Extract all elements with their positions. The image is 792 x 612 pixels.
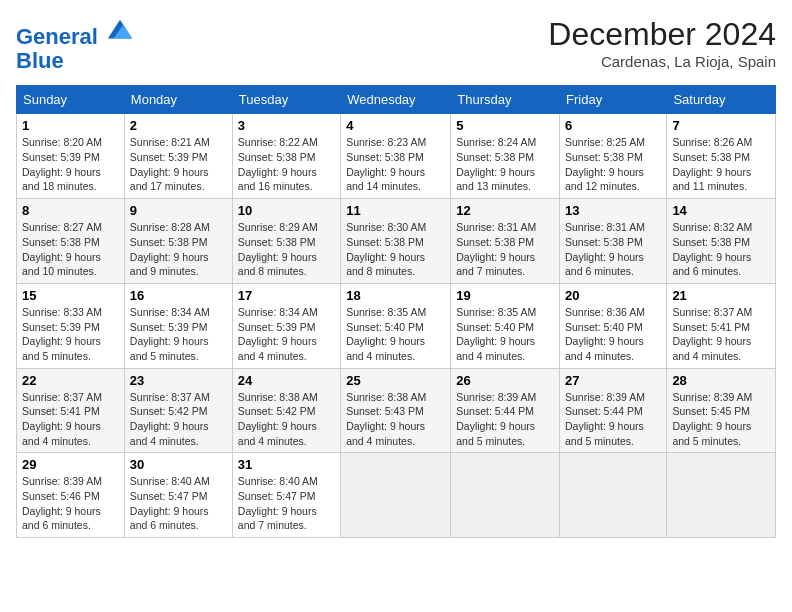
day-info: Sunrise: 8:36 AM Sunset: 5:40 PM Dayligh… — [565, 305, 661, 364]
calendar-cell: 15 Sunrise: 8:33 AM Sunset: 5:39 PM Dayl… — [17, 283, 125, 368]
calendar-cell: 26 Sunrise: 8:39 AM Sunset: 5:44 PM Dayl… — [451, 368, 560, 453]
day-number: 24 — [238, 373, 335, 388]
calendar-cell: 5 Sunrise: 8:24 AM Sunset: 5:38 PM Dayli… — [451, 114, 560, 199]
day-info: Sunrise: 8:21 AM Sunset: 5:39 PM Dayligh… — [130, 135, 227, 194]
day-number: 28 — [672, 373, 770, 388]
day-info: Sunrise: 8:23 AM Sunset: 5:38 PM Dayligh… — [346, 135, 445, 194]
day-number: 15 — [22, 288, 119, 303]
day-info: Sunrise: 8:34 AM Sunset: 5:39 PM Dayligh… — [130, 305, 227, 364]
day-info: Sunrise: 8:28 AM Sunset: 5:38 PM Dayligh… — [130, 220, 227, 279]
day-info: Sunrise: 8:25 AM Sunset: 5:38 PM Dayligh… — [565, 135, 661, 194]
calendar-cell — [560, 453, 667, 538]
logo-general: General — [16, 24, 98, 49]
day-info: Sunrise: 8:22 AM Sunset: 5:38 PM Dayligh… — [238, 135, 335, 194]
day-info: Sunrise: 8:39 AM Sunset: 5:44 PM Dayligh… — [565, 390, 661, 449]
day-number: 8 — [22, 203, 119, 218]
title-block: December 2024 Cardenas, La Rioja, Spain — [548, 16, 776, 70]
day-number: 19 — [456, 288, 554, 303]
calendar-cell: 8 Sunrise: 8:27 AM Sunset: 5:38 PM Dayli… — [17, 199, 125, 284]
calendar-cell: 16 Sunrise: 8:34 AM Sunset: 5:39 PM Dayl… — [124, 283, 232, 368]
day-info: Sunrise: 8:37 AM Sunset: 5:41 PM Dayligh… — [672, 305, 770, 364]
day-info: Sunrise: 8:35 AM Sunset: 5:40 PM Dayligh… — [346, 305, 445, 364]
calendar-cell: 1 Sunrise: 8:20 AM Sunset: 5:39 PM Dayli… — [17, 114, 125, 199]
day-number: 9 — [130, 203, 227, 218]
calendar-cell: 24 Sunrise: 8:38 AM Sunset: 5:42 PM Dayl… — [232, 368, 340, 453]
calendar-cell: 28 Sunrise: 8:39 AM Sunset: 5:45 PM Dayl… — [667, 368, 776, 453]
day-info: Sunrise: 8:40 AM Sunset: 5:47 PM Dayligh… — [130, 474, 227, 533]
day-info: Sunrise: 8:32 AM Sunset: 5:38 PM Dayligh… — [672, 220, 770, 279]
day-info: Sunrise: 8:26 AM Sunset: 5:38 PM Dayligh… — [672, 135, 770, 194]
day-number: 22 — [22, 373, 119, 388]
day-number: 6 — [565, 118, 661, 133]
calendar-cell: 27 Sunrise: 8:39 AM Sunset: 5:44 PM Dayl… — [560, 368, 667, 453]
logo: General Blue — [16, 16, 134, 73]
day-number: 27 — [565, 373, 661, 388]
day-number: 5 — [456, 118, 554, 133]
day-info: Sunrise: 8:39 AM Sunset: 5:44 PM Dayligh… — [456, 390, 554, 449]
calendar-cell: 12 Sunrise: 8:31 AM Sunset: 5:38 PM Dayl… — [451, 199, 560, 284]
calendar-cell: 14 Sunrise: 8:32 AM Sunset: 5:38 PM Dayl… — [667, 199, 776, 284]
day-number: 30 — [130, 457, 227, 472]
calendar-cell — [667, 453, 776, 538]
calendar-cell: 7 Sunrise: 8:26 AM Sunset: 5:38 PM Dayli… — [667, 114, 776, 199]
day-number: 10 — [238, 203, 335, 218]
day-number: 20 — [565, 288, 661, 303]
day-number: 1 — [22, 118, 119, 133]
day-info: Sunrise: 8:35 AM Sunset: 5:40 PM Dayligh… — [456, 305, 554, 364]
calendar-cell: 23 Sunrise: 8:37 AM Sunset: 5:42 PM Dayl… — [124, 368, 232, 453]
calendar-cell: 25 Sunrise: 8:38 AM Sunset: 5:43 PM Dayl… — [341, 368, 451, 453]
day-number: 2 — [130, 118, 227, 133]
calendar-cell: 17 Sunrise: 8:34 AM Sunset: 5:39 PM Dayl… — [232, 283, 340, 368]
calendar-cell: 13 Sunrise: 8:31 AM Sunset: 5:38 PM Dayl… — [560, 199, 667, 284]
calendar-cell: 9 Sunrise: 8:28 AM Sunset: 5:38 PM Dayli… — [124, 199, 232, 284]
calendar-cell: 19 Sunrise: 8:35 AM Sunset: 5:40 PM Dayl… — [451, 283, 560, 368]
calendar-cell: 21 Sunrise: 8:37 AM Sunset: 5:41 PM Dayl… — [667, 283, 776, 368]
weekday-header-monday: Monday — [124, 86, 232, 114]
day-info: Sunrise: 8:37 AM Sunset: 5:42 PM Dayligh… — [130, 390, 227, 449]
day-number: 26 — [456, 373, 554, 388]
calendar-cell — [451, 453, 560, 538]
day-info: Sunrise: 8:40 AM Sunset: 5:47 PM Dayligh… — [238, 474, 335, 533]
calendar-cell: 3 Sunrise: 8:22 AM Sunset: 5:38 PM Dayli… — [232, 114, 340, 199]
day-number: 23 — [130, 373, 227, 388]
day-info: Sunrise: 8:31 AM Sunset: 5:38 PM Dayligh… — [456, 220, 554, 279]
day-info: Sunrise: 8:33 AM Sunset: 5:39 PM Dayligh… — [22, 305, 119, 364]
weekday-header-tuesday: Tuesday — [232, 86, 340, 114]
day-info: Sunrise: 8:39 AM Sunset: 5:45 PM Dayligh… — [672, 390, 770, 449]
day-info: Sunrise: 8:38 AM Sunset: 5:43 PM Dayligh… — [346, 390, 445, 449]
calendar-week-2: 8 Sunrise: 8:27 AM Sunset: 5:38 PM Dayli… — [17, 199, 776, 284]
day-info: Sunrise: 8:38 AM Sunset: 5:42 PM Dayligh… — [238, 390, 335, 449]
calendar-table: SundayMondayTuesdayWednesdayThursdayFrid… — [16, 85, 776, 538]
calendar-cell: 2 Sunrise: 8:21 AM Sunset: 5:39 PM Dayli… — [124, 114, 232, 199]
day-number: 4 — [346, 118, 445, 133]
day-number: 25 — [346, 373, 445, 388]
day-info: Sunrise: 8:20 AM Sunset: 5:39 PM Dayligh… — [22, 135, 119, 194]
day-number: 29 — [22, 457, 119, 472]
page-header: General Blue December 2024 Cardenas, La … — [16, 16, 776, 73]
day-number: 16 — [130, 288, 227, 303]
day-number: 3 — [238, 118, 335, 133]
calendar-week-5: 29 Sunrise: 8:39 AM Sunset: 5:46 PM Dayl… — [17, 453, 776, 538]
logo-blue: Blue — [16, 48, 64, 73]
day-info: Sunrise: 8:37 AM Sunset: 5:41 PM Dayligh… — [22, 390, 119, 449]
day-number: 17 — [238, 288, 335, 303]
calendar-cell: 22 Sunrise: 8:37 AM Sunset: 5:41 PM Dayl… — [17, 368, 125, 453]
day-number: 21 — [672, 288, 770, 303]
calendar-cell: 20 Sunrise: 8:36 AM Sunset: 5:40 PM Dayl… — [560, 283, 667, 368]
day-number: 11 — [346, 203, 445, 218]
weekday-header-saturday: Saturday — [667, 86, 776, 114]
logo-icon — [106, 16, 134, 44]
calendar-cell: 6 Sunrise: 8:25 AM Sunset: 5:38 PM Dayli… — [560, 114, 667, 199]
month-title: December 2024 — [548, 16, 776, 53]
day-number: 31 — [238, 457, 335, 472]
weekday-header-row: SundayMondayTuesdayWednesdayThursdayFrid… — [17, 86, 776, 114]
day-number: 7 — [672, 118, 770, 133]
day-info: Sunrise: 8:29 AM Sunset: 5:38 PM Dayligh… — [238, 220, 335, 279]
weekday-header-thursday: Thursday — [451, 86, 560, 114]
day-info: Sunrise: 8:31 AM Sunset: 5:38 PM Dayligh… — [565, 220, 661, 279]
day-number: 13 — [565, 203, 661, 218]
day-info: Sunrise: 8:39 AM Sunset: 5:46 PM Dayligh… — [22, 474, 119, 533]
day-info: Sunrise: 8:27 AM Sunset: 5:38 PM Dayligh… — [22, 220, 119, 279]
calendar-cell: 30 Sunrise: 8:40 AM Sunset: 5:47 PM Dayl… — [124, 453, 232, 538]
day-info: Sunrise: 8:34 AM Sunset: 5:39 PM Dayligh… — [238, 305, 335, 364]
